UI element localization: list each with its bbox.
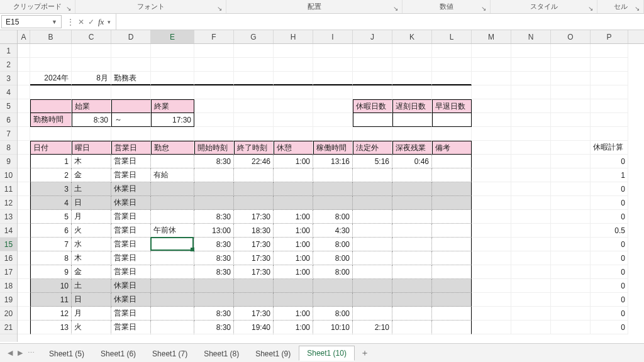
cell[interactable]: 22:46 bbox=[234, 155, 274, 168]
cell[interactable]: 1:00 bbox=[274, 210, 313, 224]
cell[interactable] bbox=[18, 210, 30, 224]
cell[interactable]: 0 bbox=[591, 321, 628, 334]
cell[interactable]: 木 bbox=[72, 251, 111, 265]
cell[interactable] bbox=[234, 44, 274, 58]
cell[interactable] bbox=[472, 238, 511, 251]
worksheet-grid[interactable]: ABCDEFGHIJKLMNOP 12345678910111213141516… bbox=[0, 30, 644, 342]
cell[interactable] bbox=[313, 72, 353, 85]
cell[interactable] bbox=[511, 85, 551, 99]
cell[interactable] bbox=[472, 307, 511, 321]
cell[interactable] bbox=[511, 113, 551, 127]
cell[interactable]: 1:00 bbox=[274, 265, 313, 279]
cell[interactable] bbox=[151, 210, 194, 224]
cell[interactable]: 11 bbox=[30, 293, 72, 307]
cell[interactable] bbox=[30, 58, 72, 72]
cell[interactable] bbox=[432, 58, 472, 72]
cell[interactable] bbox=[18, 251, 30, 265]
cell[interactable]: 日付 bbox=[30, 141, 72, 155]
cell[interactable] bbox=[591, 85, 628, 99]
row-header[interactable]: 5 bbox=[0, 99, 17, 113]
cell[interactable] bbox=[353, 127, 392, 141]
cell[interactable] bbox=[472, 127, 511, 141]
row-header[interactable]: 14 bbox=[0, 224, 17, 238]
cell[interactable] bbox=[274, 127, 313, 141]
cell[interactable] bbox=[313, 58, 353, 72]
row-header[interactable]: 8 bbox=[0, 141, 17, 155]
row-header[interactable]: 11 bbox=[0, 182, 17, 196]
cell[interactable] bbox=[18, 58, 30, 72]
cell[interactable] bbox=[72, 85, 111, 99]
cell[interactable] bbox=[234, 127, 274, 141]
cell[interactable]: 5:16 bbox=[353, 155, 392, 168]
cell[interactable]: 金 bbox=[72, 265, 111, 279]
cell[interactable]: 稼働時間 bbox=[313, 141, 353, 155]
cell[interactable] bbox=[392, 85, 432, 99]
cell[interactable]: 開始時刻 bbox=[194, 141, 234, 155]
cell[interactable] bbox=[511, 265, 551, 279]
cell[interactable] bbox=[472, 155, 511, 168]
cell[interactable] bbox=[551, 293, 591, 307]
cell[interactable]: 5 bbox=[30, 210, 72, 224]
cell[interactable] bbox=[234, 113, 274, 127]
cell[interactable]: 17:30 bbox=[234, 238, 274, 251]
cell[interactable]: 0 bbox=[591, 196, 628, 210]
cell[interactable] bbox=[472, 224, 511, 238]
cell[interactable] bbox=[18, 155, 30, 168]
cell[interactable] bbox=[274, 44, 313, 58]
cell[interactable] bbox=[353, 168, 392, 182]
cell[interactable] bbox=[353, 210, 392, 224]
cell[interactable] bbox=[18, 85, 30, 99]
fx-icon[interactable]: fx bbox=[98, 17, 104, 27]
cell[interactable] bbox=[432, 113, 472, 127]
cell[interactable] bbox=[392, 210, 432, 224]
cell[interactable] bbox=[353, 251, 392, 265]
cell[interactable] bbox=[551, 44, 591, 58]
cell[interactable]: 8 bbox=[30, 251, 72, 265]
row-header[interactable]: 10 bbox=[0, 168, 17, 182]
cell[interactable]: 営業日 bbox=[111, 265, 151, 279]
cell[interactable] bbox=[551, 210, 591, 224]
row-header[interactable]: 19 bbox=[0, 293, 17, 307]
cell[interactable] bbox=[551, 321, 591, 334]
cell[interactable] bbox=[194, 293, 234, 307]
cell[interactable] bbox=[432, 321, 472, 334]
cell[interactable] bbox=[392, 182, 432, 196]
column-header[interactable]: D bbox=[111, 30, 151, 43]
cell[interactable] bbox=[151, 293, 194, 307]
cell[interactable]: 8:00 bbox=[313, 210, 353, 224]
cell[interactable] bbox=[194, 182, 234, 196]
tab-prev-icon[interactable]: ◀ bbox=[8, 349, 13, 357]
cell[interactable]: 休憩 bbox=[274, 141, 313, 155]
row-headers[interactable]: 123456789101112131415161718192021 bbox=[0, 44, 18, 342]
select-all-corner[interactable] bbox=[0, 30, 18, 44]
cell[interactable] bbox=[392, 238, 432, 251]
cell[interactable] bbox=[353, 196, 392, 210]
cell[interactable] bbox=[18, 44, 30, 58]
cell[interactable] bbox=[591, 113, 628, 127]
cell[interactable]: 10:10 bbox=[313, 321, 353, 334]
cell[interactable] bbox=[551, 265, 591, 279]
column-header[interactable]: P bbox=[591, 30, 628, 43]
cell[interactable] bbox=[551, 196, 591, 210]
cell[interactable]: 終業 bbox=[151, 99, 194, 113]
cell[interactable]: 1:00 bbox=[274, 307, 313, 321]
cell[interactable] bbox=[151, 58, 194, 72]
cell[interactable]: 営業日 bbox=[111, 168, 151, 182]
cell[interactable]: 2:10 bbox=[353, 321, 392, 334]
cell[interactable] bbox=[551, 141, 591, 155]
cell[interactable]: 休暇日数 bbox=[353, 99, 392, 113]
cell[interactable] bbox=[234, 99, 274, 113]
cell[interactable]: 営業日 bbox=[111, 141, 151, 155]
cell[interactable]: 8:00 bbox=[313, 238, 353, 251]
cell[interactable]: 1:00 bbox=[274, 251, 313, 265]
cell[interactable] bbox=[432, 265, 472, 279]
cell[interactable] bbox=[511, 182, 551, 196]
cell[interactable]: 7 bbox=[30, 238, 72, 251]
cell[interactable]: 火 bbox=[72, 321, 111, 334]
cell[interactable] bbox=[111, 44, 151, 58]
cell[interactable] bbox=[472, 141, 511, 155]
cell[interactable] bbox=[30, 85, 72, 99]
cell[interactable] bbox=[432, 251, 472, 265]
cell[interactable]: 営業日 bbox=[111, 155, 151, 168]
cell[interactable]: 8:30 bbox=[194, 265, 234, 279]
